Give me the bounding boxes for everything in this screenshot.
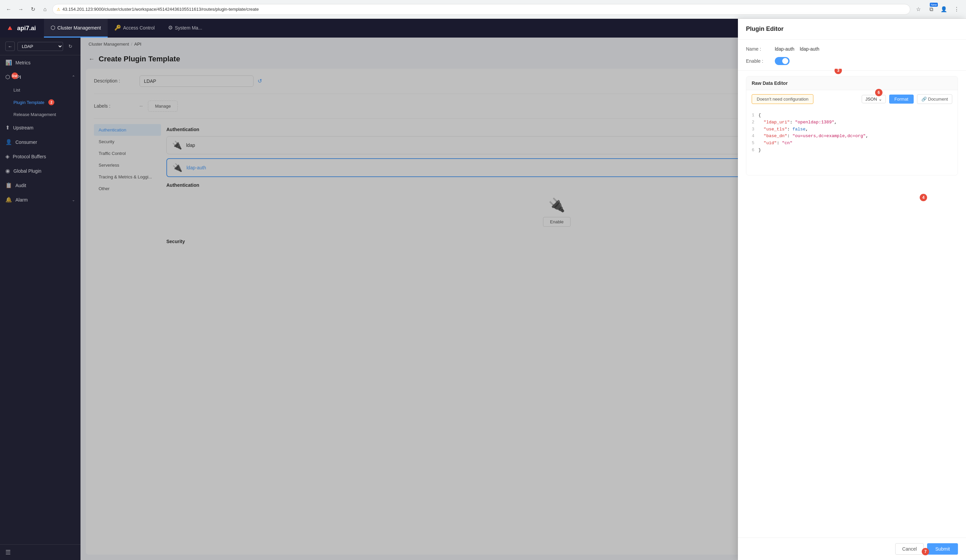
api-expand-icon: ⌃ [72,75,75,79]
sidebar-item-audit-label: Audit [15,183,75,188]
refresh-icon: ↻ [68,44,72,49]
document-button[interactable]: 🔗 Document [917,94,952,104]
sidebar-back-btn[interactable]: ← [5,41,15,51]
sidebar-refresh-btn[interactable]: ↻ [66,41,75,51]
bookmark-btn[interactable]: ☆ [913,4,924,15]
cancel-button[interactable]: Cancel [895,543,924,555]
access-icon: 🔑 [114,25,121,31]
line-num-6: 6 [746,147,758,154]
address-bar-url: 43.154.201.123:9000/cluster/cluster1/wor… [62,7,259,12]
line-num-2: 2 [746,119,758,126]
plugin-editor-title: Plugin Editor [746,25,958,33]
address-bar[interactable]: ⚠ 43.154.201.123:9000/cluster/cluster1/w… [52,4,910,15]
editor-divider [738,71,966,71]
line-num-1: 1 [746,112,758,119]
menu-btn[interactable]: ⋮ [951,4,962,15]
sidebar-item-upstream[interactable]: ⬆ Upstream [0,120,80,135]
submit-button[interactable]: Submit [927,543,958,555]
protocol-buffers-icon: ◈ [5,153,9,159]
sidebar-item-protocol-buffers-label: Protocol Buffers [13,154,75,159]
editor-name-field: Name : ldap-auth ldap-auth [746,46,958,52]
sidebar-item-audit[interactable]: 📋 Audit [0,178,80,192]
audit-icon: 📋 [5,182,12,189]
api-badge: list [12,72,18,79]
code-editor[interactable]: 1 { 2 "ldap_uri": "openldap:1389", 3 [746,108,958,175]
raw-editor-header: Raw Data Editor [746,76,958,90]
sidebar-item-consumer[interactable]: 👤 Consumer [0,135,80,149]
step-6-wrapper: 6 JSON ⌄ [862,95,886,103]
raw-editor-toolbar: Doesn't need configuration 6 JSON ⌄ Form… [746,90,958,108]
code-line-3: 3 "use_tls": false, [746,126,958,133]
sidebar-item-upstream-label: Upstream [13,125,75,130]
alarm-expand-icon: ⌄ [72,197,75,202]
sidebar-item-global-plugin[interactable]: ◉ Global Plugin [0,164,80,178]
document-btn-label: Document [928,97,948,102]
link-icon: 🔗 [922,97,927,102]
plugin-editor-footer: 7 Cancel Submit [738,537,966,560]
forward-nav-btn[interactable]: → [16,5,25,14]
raw-editor-section: Raw Data Editor Doesn't need configurati… [746,76,958,176]
line-content-5: "uid": "cn" [758,140,958,147]
editor-enable-label: Enable : [746,58,769,64]
home-nav-btn[interactable]: ⌂ [40,5,50,14]
line-num-4: 4 [746,133,758,140]
api-icon: ⬡ [5,74,10,80]
code-line-1: 1 { [746,112,958,119]
sidebar-sub-item-plugin-template[interactable]: Plugin Template 2 [0,96,80,108]
sidebar-item-metrics[interactable]: 📊 Metrics [0,55,80,70]
step-6-badge: 6 [875,89,882,96]
line-content-4: "base_dn": "ou=users,dc=example,dc=org", [758,133,958,140]
sidebar-item-api[interactable]: ⬡ API list ⌃ [0,70,80,84]
line-content-6: } [758,147,958,154]
nav-tab-access[interactable]: 🔑 Access Control [108,19,161,38]
consumer-icon: 👤 [5,139,12,145]
code-line-2: 2 "ldap_uri": "openldap:1389", [746,119,958,126]
nav-tab-cluster-label: Cluster Management [58,25,101,31]
sidebar-sub-item-release-mgmt[interactable]: Release Management [0,108,80,120]
brace-open: { [758,113,761,118]
line-content-1: { [758,112,958,119]
system-icon: ⚙ [168,25,173,31]
logo-icon: 🔺 [5,24,15,33]
sidebar-menu-icon[interactable]: ☰ [5,549,11,556]
plugin-template-badge: 2 [48,99,54,105]
sidebar-bottom: ☰ [0,544,80,560]
nav-tab-system[interactable]: ⚙ System Ma... [161,19,209,38]
code-line-6: 6 } [746,147,958,154]
toggle-slider [775,57,790,65]
reload-nav-btn[interactable]: ↻ [28,5,38,14]
sidebar-sub-item-plugin-template-label: Plugin Template [13,100,44,105]
line-content-2: "ldap_uri": "openldap:1389", [758,119,958,126]
sidebar-sub-item-list[interactable]: List [0,84,80,96]
logo-area: 🔺 api7.ai [5,24,36,33]
new-badge: New [930,3,938,7]
val-uid: "cn" [782,141,792,146]
code-line-4: 4 "base_dn": "ou=users,dc=example,dc=org… [746,133,958,140]
browser-chrome: ← → ↻ ⌂ ⚠ 43.154.201.123:9000/cluster/cl… [0,0,966,19]
editor-name-label: Name : [746,46,769,52]
key-ldap-uri: "ldap_uri" [764,120,790,125]
cluster-icon: ⬡ [51,25,55,31]
editor-enable-toggle[interactable] [775,57,790,65]
back-nav-btn[interactable]: ← [4,5,13,14]
profile-btn[interactable]: 👤 [938,4,949,15]
nav-tab-cluster[interactable]: ⬡ Cluster Management [44,19,108,38]
json-format-label: JSON [866,97,877,102]
format-button[interactable]: Format [889,95,914,103]
line-content-3: "use_tls": false, [758,126,958,133]
cluster-select[interactable]: LDAP [18,42,63,51]
key-base-dn: "base_dn" [764,133,787,138]
brace-close: } [758,148,761,153]
raw-editor-title: Raw Data Editor [752,80,787,86]
sidebar-item-alarm[interactable]: 🔔 Alarm ⌄ [0,192,80,207]
sidebar-sub-item-release-label: Release Management [13,112,56,117]
sidebar-item-global-plugin-label: Global Plugin [13,168,75,174]
sidebar: ← LDAP ↻ 📊 Metrics ⬡ API list ⌃ [0,38,80,560]
key-uid: "uid" [764,141,777,146]
json-format-select[interactable]: JSON ⌄ [862,95,886,103]
step-4-badge: 4 [920,194,927,201]
sidebar-item-api-label: API [13,74,68,80]
sidebar-item-protocol-buffers[interactable]: ◈ Protocol Buffers [0,149,80,164]
val-base-dn: "ou=users,dc=example,dc=org" [792,133,866,138]
upstream-icon: ⬆ [5,125,10,131]
